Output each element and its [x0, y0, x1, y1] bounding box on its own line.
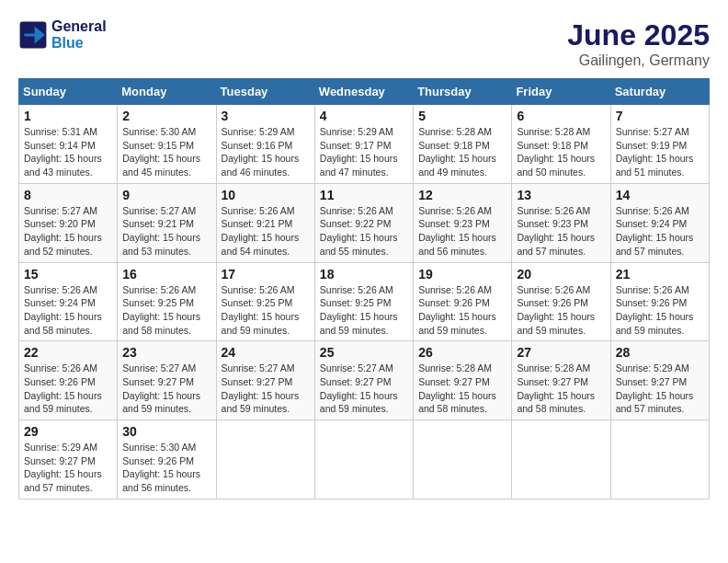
- month-title: June 2025: [567, 18, 710, 52]
- calendar-cell: 29Sunrise: 5:29 AMSunset: 9:27 PMDayligh…: [19, 420, 118, 500]
- calendar-cell: 28Sunrise: 5:29 AMSunset: 9:27 PMDayligh…: [610, 341, 709, 420]
- calendar-cell: 30Sunrise: 5:30 AMSunset: 9:26 PMDayligh…: [118, 420, 216, 500]
- calendar-cell: [216, 420, 314, 500]
- location-title: Gailingen, Germany: [567, 52, 710, 69]
- calendar-cell: 15Sunrise: 5:26 AMSunset: 9:24 PMDayligh…: [19, 262, 118, 341]
- weekday-header: Friday: [512, 79, 610, 105]
- day-number: 22: [24, 345, 112, 360]
- calendar-week-row: 15Sunrise: 5:26 AMSunset: 9:24 PMDayligh…: [19, 262, 710, 341]
- logo-icon: [18, 20, 48, 50]
- day-info: Sunrise: 5:26 AMSunset: 9:26 PMDaylight:…: [418, 283, 506, 338]
- day-info: Sunrise: 5:28 AMSunset: 9:27 PMDaylight:…: [418, 362, 506, 416]
- day-number: 7: [616, 109, 704, 123]
- day-info: Sunrise: 5:26 AMSunset: 9:26 PMDaylight:…: [616, 283, 704, 338]
- logo-text: General Blue: [51, 18, 107, 52]
- day-info: Sunrise: 5:27 AMSunset: 9:27 PMDaylight:…: [320, 362, 408, 416]
- day-info: Sunrise: 5:26 AMSunset: 9:25 PMDaylight:…: [320, 283, 408, 338]
- calendar-cell: 10Sunrise: 5:26 AMSunset: 9:21 PMDayligh…: [216, 183, 314, 262]
- day-number: 10: [222, 188, 310, 202]
- calendar-cell: 14Sunrise: 5:26 AMSunset: 9:24 PMDayligh…: [610, 183, 709, 262]
- day-number: 13: [517, 188, 605, 202]
- day-number: 5: [418, 109, 506, 123]
- day-number: 17: [222, 267, 310, 282]
- day-info: Sunrise: 5:26 AMSunset: 9:25 PMDaylight:…: [122, 283, 210, 338]
- day-number: 12: [418, 188, 506, 202]
- day-info: Sunrise: 5:26 AMSunset: 9:26 PMDaylight:…: [24, 362, 112, 416]
- calendar-cell: 11Sunrise: 5:26 AMSunset: 9:22 PMDayligh…: [314, 183, 413, 262]
- calendar-week-row: 22Sunrise: 5:26 AMSunset: 9:26 PMDayligh…: [19, 341, 710, 420]
- calendar-cell: 26Sunrise: 5:28 AMSunset: 9:27 PMDayligh…: [414, 341, 512, 420]
- weekday-header: Tuesday: [216, 79, 314, 105]
- calendar-cell: 18Sunrise: 5:26 AMSunset: 9:25 PMDayligh…: [314, 262, 413, 341]
- day-info: Sunrise: 5:28 AMSunset: 9:27 PMDaylight:…: [517, 362, 605, 416]
- day-number: 24: [222, 345, 310, 360]
- day-number: 25: [320, 345, 408, 360]
- day-info: Sunrise: 5:26 AMSunset: 9:26 PMDaylight:…: [517, 283, 605, 338]
- calendar-cell: 5Sunrise: 5:28 AMSunset: 9:18 PMDaylight…: [414, 105, 512, 184]
- calendar-cell: 20Sunrise: 5:26 AMSunset: 9:26 PMDayligh…: [512, 262, 610, 341]
- calendar-table: SundayMondayTuesdayWednesdayThursdayFrid…: [18, 78, 710, 500]
- calendar-cell: 21Sunrise: 5:26 AMSunset: 9:26 PMDayligh…: [610, 262, 709, 341]
- calendar-header-row: SundayMondayTuesdayWednesdayThursdayFrid…: [19, 79, 710, 105]
- day-number: 20: [517, 267, 605, 282]
- calendar-cell: 19Sunrise: 5:26 AMSunset: 9:26 PMDayligh…: [414, 262, 512, 341]
- day-info: Sunrise: 5:26 AMSunset: 9:25 PMDaylight:…: [222, 283, 310, 338]
- calendar-cell: 2Sunrise: 5:30 AMSunset: 9:15 PMDaylight…: [118, 105, 216, 184]
- day-info: Sunrise: 5:27 AMSunset: 9:27 PMDaylight:…: [122, 362, 210, 416]
- calendar-cell: 27Sunrise: 5:28 AMSunset: 9:27 PMDayligh…: [512, 341, 610, 420]
- calendar-cell: 24Sunrise: 5:27 AMSunset: 9:27 PMDayligh…: [216, 341, 314, 420]
- day-number: 18: [320, 267, 408, 282]
- day-number: 14: [616, 188, 704, 202]
- calendar-cell: 8Sunrise: 5:27 AMSunset: 9:20 PMDaylight…: [19, 183, 118, 262]
- day-info: Sunrise: 5:29 AMSunset: 9:17 PMDaylight:…: [320, 125, 408, 179]
- day-number: 16: [122, 267, 210, 282]
- day-info: Sunrise: 5:26 AMSunset: 9:24 PMDaylight:…: [616, 204, 704, 259]
- calendar-cell: 1Sunrise: 5:31 AMSunset: 9:14 PMDaylight…: [19, 105, 118, 184]
- day-info: Sunrise: 5:29 AMSunset: 9:16 PMDaylight:…: [222, 125, 310, 179]
- day-number: 15: [24, 267, 112, 282]
- day-info: Sunrise: 5:28 AMSunset: 9:18 PMDaylight:…: [517, 125, 605, 179]
- logo: General Blue: [18, 18, 107, 52]
- day-number: 4: [320, 109, 408, 123]
- day-info: Sunrise: 5:30 AMSunset: 9:15 PMDaylight:…: [122, 125, 210, 179]
- calendar-cell: 22Sunrise: 5:26 AMSunset: 9:26 PMDayligh…: [19, 341, 118, 420]
- calendar-cell: 6Sunrise: 5:28 AMSunset: 9:18 PMDaylight…: [512, 105, 610, 184]
- day-info: Sunrise: 5:27 AMSunset: 9:20 PMDaylight:…: [24, 204, 112, 259]
- calendar-cell: 13Sunrise: 5:26 AMSunset: 9:23 PMDayligh…: [512, 183, 610, 262]
- day-number: 19: [418, 267, 506, 282]
- calendar-cell: [414, 420, 512, 500]
- day-info: Sunrise: 5:26 AMSunset: 9:23 PMDaylight:…: [517, 204, 605, 259]
- day-info: Sunrise: 5:26 AMSunset: 9:24 PMDaylight:…: [24, 283, 112, 338]
- day-info: Sunrise: 5:29 AMSunset: 9:27 PMDaylight:…: [616, 362, 704, 416]
- day-info: Sunrise: 5:26 AMSunset: 9:23 PMDaylight:…: [418, 204, 506, 259]
- calendar-week-row: 8Sunrise: 5:27 AMSunset: 9:20 PMDaylight…: [19, 183, 710, 262]
- day-number: 11: [320, 188, 408, 202]
- calendar-cell: 3Sunrise: 5:29 AMSunset: 9:16 PMDaylight…: [216, 105, 314, 184]
- day-number: 6: [517, 109, 605, 123]
- calendar-cell: 16Sunrise: 5:26 AMSunset: 9:25 PMDayligh…: [118, 262, 216, 341]
- day-info: Sunrise: 5:28 AMSunset: 9:18 PMDaylight:…: [418, 125, 506, 179]
- calendar-cell: 4Sunrise: 5:29 AMSunset: 9:17 PMDaylight…: [314, 105, 413, 184]
- day-number: 26: [418, 345, 506, 360]
- page-header: General Blue June 2025 Gailingen, German…: [18, 18, 710, 69]
- day-number: 1: [24, 109, 112, 123]
- day-number: 9: [122, 188, 210, 202]
- calendar-cell: 23Sunrise: 5:27 AMSunset: 9:27 PMDayligh…: [118, 341, 216, 420]
- calendar-cell: [314, 420, 413, 500]
- calendar-cell: 12Sunrise: 5:26 AMSunset: 9:23 PMDayligh…: [414, 183, 512, 262]
- day-number: 2: [122, 109, 210, 123]
- calendar-week-row: 29Sunrise: 5:29 AMSunset: 9:27 PMDayligh…: [19, 420, 710, 500]
- day-info: Sunrise: 5:26 AMSunset: 9:22 PMDaylight:…: [320, 204, 408, 259]
- day-number: 30: [122, 424, 210, 439]
- day-info: Sunrise: 5:27 AMSunset: 9:19 PMDaylight:…: [616, 125, 704, 179]
- calendar-cell: 17Sunrise: 5:26 AMSunset: 9:25 PMDayligh…: [216, 262, 314, 341]
- day-info: Sunrise: 5:26 AMSunset: 9:21 PMDaylight:…: [222, 204, 310, 259]
- calendar-cell: [610, 420, 709, 500]
- day-number: 27: [517, 345, 605, 360]
- calendar-cell: 7Sunrise: 5:27 AMSunset: 9:19 PMDaylight…: [610, 105, 709, 184]
- calendar-cell: 25Sunrise: 5:27 AMSunset: 9:27 PMDayligh…: [314, 341, 413, 420]
- calendar-cell: [512, 420, 610, 500]
- weekday-header: Thursday: [414, 79, 512, 105]
- day-info: Sunrise: 5:30 AMSunset: 9:26 PMDaylight:…: [122, 441, 210, 495]
- weekday-header: Monday: [118, 79, 216, 105]
